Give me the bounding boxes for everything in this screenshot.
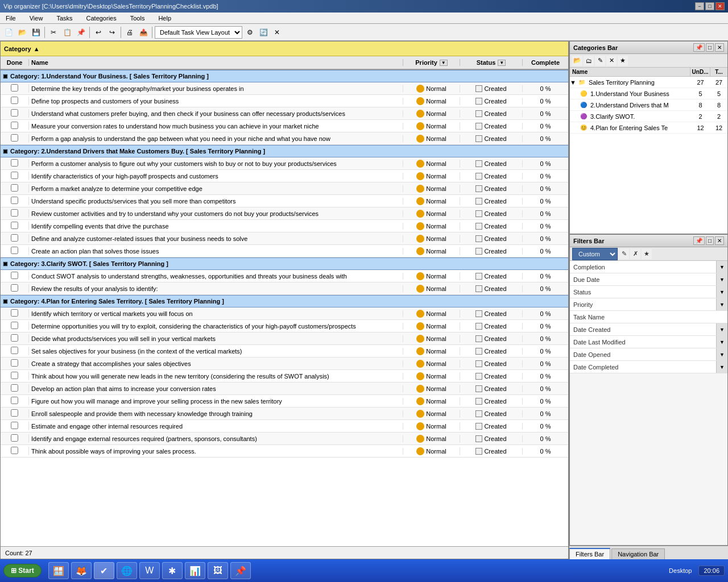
taskbar-app-ie[interactable]: 🌐 (117, 562, 137, 579)
task-checkbox-3-0[interactable] (11, 309, 18, 317)
cat-tool-5[interactable]: ★ (618, 56, 628, 66)
header-priority[interactable]: Priority ▼ (403, 59, 460, 66)
save-button[interactable]: 💾 (30, 26, 42, 39)
filter-dropdown-8[interactable]: ▼ (716, 361, 727, 373)
menu-categories[interactable]: Categories (83, 14, 120, 23)
menu-tasks[interactable]: Tasks (53, 14, 76, 23)
task-checkbox-0-1[interactable] (11, 97, 18, 104)
filter-tool-3[interactable]: ★ (642, 249, 652, 259)
filter-dropdown-0[interactable]: ▼ (716, 261, 727, 273)
layout-close-button[interactable]: ✕ (271, 26, 283, 39)
cat-item-0[interactable]: ▼ 📁 Sales Territory Planning 27 27 (570, 77, 727, 88)
minimize-button[interactable]: − (695, 2, 704, 10)
new-button[interactable]: 📄 (2, 26, 15, 39)
close-button[interactable]: ✕ (715, 2, 725, 10)
filter-dropdown-1[interactable]: ▼ (716, 273, 727, 285)
header-status[interactable]: Status ▼ (460, 59, 523, 66)
task-checkbox-1-6[interactable] (11, 234, 18, 242)
filter-dropdown-5[interactable]: ▼ (716, 323, 727, 335)
taskbar-app-pin[interactable]: 📌 (230, 562, 251, 579)
maximize-button[interactable]: □ (705, 2, 714, 10)
filters-bar-pin[interactable]: 📌 (693, 236, 705, 245)
filter-dropdown-2[interactable]: ▼ (716, 286, 727, 298)
task-checkbox-1-1[interactable] (11, 172, 18, 179)
menu-file[interactable]: File (2, 14, 19, 23)
cat-tool-1[interactable]: 📂 (572, 56, 582, 66)
priority-filter-arrow[interactable]: ▼ (440, 60, 448, 66)
task-checkbox-3-5[interactable] (11, 372, 18, 379)
task-checkbox-3-4[interactable] (11, 359, 18, 367)
task-checkbox-3-2[interactable] (11, 334, 18, 342)
cut-button[interactable]: ✂ (47, 26, 60, 39)
status-filter-arrow[interactable]: ▼ (498, 60, 506, 66)
filters-bar-restore[interactable]: □ (706, 236, 714, 245)
task-list[interactable]: ▣ Category: 1.Understand Your Business. … (1, 70, 568, 546)
task-checkbox-1-3[interactable] (11, 197, 18, 204)
layout-refresh-button[interactable]: 🔄 (257, 26, 270, 39)
taskbar-app-paint[interactable]: 🖼 (208, 562, 228, 579)
copy-button[interactable]: 📋 (61, 26, 73, 39)
task-checkbox-3-7[interactable] (11, 397, 18, 404)
paste-button[interactable]: 📌 (75, 26, 87, 39)
taskbar-app-star[interactable]: ✱ (162, 562, 183, 579)
filters-bar-close[interactable]: ✕ (715, 236, 724, 245)
task-checkbox-2-0[interactable] (11, 272, 18, 279)
group-toggle-2[interactable]: ▣ (3, 148, 8, 154)
header-name[interactable]: Name (29, 59, 403, 66)
task-checkbox-0-3[interactable] (11, 122, 18, 129)
task-checkbox-2-1[interactable] (11, 284, 18, 292)
cat-item-4[interactable]: 😊 4.Plan for Entering Sales Te 12 12 (570, 122, 727, 134)
taskbar-app-todo[interactable]: ✔ (94, 562, 114, 579)
redo-button[interactable]: ↪ (106, 26, 118, 39)
taskbar-app-excel[interactable]: 📊 (185, 562, 205, 579)
tab-navigation-bar[interactable]: Navigation Bar (611, 548, 665, 559)
categories-bar-restore[interactable]: □ (706, 43, 714, 52)
layout-dropdown[interactable]: Default Task View Layout (155, 26, 242, 39)
menu-tools[interactable]: Tools (127, 14, 148, 23)
task-checkbox-0-2[interactable] (11, 109, 18, 117)
task-checkbox-1-0[interactable] (11, 159, 18, 167)
task-checkbox-3-10[interactable] (11, 434, 18, 442)
task-checkbox-3-3[interactable] (11, 347, 18, 354)
group-header-3[interactable]: ▣ Category: 3.Clarify SWOT. [ Sales Terr… (1, 257, 568, 270)
layout-settings-button[interactable]: ⚙ (243, 26, 256, 39)
task-checkbox-3-9[interactable] (11, 422, 18, 429)
task-checkbox-3-1[interactable] (11, 322, 18, 329)
group-toggle-4[interactable]: ▣ (3, 298, 8, 304)
group-toggle-1[interactable]: ▣ (3, 73, 8, 79)
filter-tool-2[interactable]: ✗ (630, 249, 640, 259)
taskbar-app-windows[interactable]: 🪟 (48, 562, 69, 579)
task-checkbox-1-2[interactable] (11, 184, 18, 192)
cat-item-1[interactable]: 🟡 1.Understand Your Business 5 5 (570, 88, 727, 99)
filter-tool-1[interactable]: ✎ (619, 249, 629, 259)
filter-dropdown-7[interactable]: ▼ (716, 348, 727, 360)
undo-button[interactable]: ↩ (92, 26, 105, 39)
group-header-1[interactable]: ▣ Category: 1.Understand Your Business. … (1, 70, 568, 82)
export-button[interactable]: 📤 (137, 26, 150, 39)
cat-item-3[interactable]: 🟣 3.Clarify SWOT. 2 2 (570, 111, 727, 122)
categories-bar-close[interactable]: ✕ (715, 43, 724, 52)
start-button[interactable]: ⊞ Start (3, 564, 42, 577)
task-checkbox-3-8[interactable] (11, 409, 18, 417)
menu-help[interactable]: Help (155, 14, 175, 23)
open-button[interactable]: 📂 (16, 26, 28, 39)
task-checkbox-0-0[interactable] (11, 84, 18, 92)
task-checkbox-3-11[interactable] (11, 447, 18, 454)
cat-tool-3[interactable]: ✎ (595, 56, 605, 66)
group-header-2[interactable]: ▣ Category: 2.Understand Drivers that Ma… (1, 145, 568, 157)
cat-tool-2[interactable]: 🗂 (584, 56, 594, 66)
task-checkbox-0-4[interactable] (11, 134, 18, 142)
filter-preset-dropdown[interactable]: Custom (572, 248, 618, 260)
tab-filters-bar[interactable]: Filters Bar (569, 548, 610, 559)
task-checkbox-1-7[interactable] (11, 247, 18, 254)
cat-item-2[interactable]: 🔵 2.Understand Drivers that M 8 8 (570, 99, 727, 111)
print-button[interactable]: 🖨 (123, 26, 136, 39)
filter-dropdown-3[interactable]: ▼ (716, 298, 727, 310)
filter-dropdown-6[interactable]: ▼ (716, 336, 727, 348)
taskbar-app-word[interactable]: W (139, 562, 160, 579)
categories-bar-pin[interactable]: 📌 (693, 43, 705, 52)
group-toggle-3[interactable]: ▣ (3, 261, 8, 267)
task-checkbox-3-6[interactable] (11, 384, 18, 392)
taskbar-app-firefox[interactable]: 🦊 (71, 562, 92, 579)
task-checkbox-1-5[interactable] (11, 222, 18, 229)
